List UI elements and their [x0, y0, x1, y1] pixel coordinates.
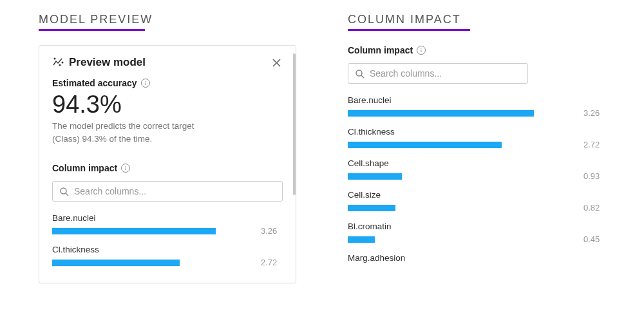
impact-item: Cl.thickness2.72 — [52, 245, 283, 267]
impact-item-value: 0.93 — [583, 171, 605, 181]
impact-bar-row: 2.72 — [348, 140, 605, 149]
preview-card-header: Preview model — [52, 56, 283, 69]
column-impact-underline — [348, 29, 470, 31]
impact-bar-fill — [348, 173, 402, 180]
impact-item-value: 0.82 — [583, 203, 605, 213]
preview-model-card: Preview model Estimated accuracy i 94.3%… — [39, 45, 296, 283]
impact-item-value: 2.72 — [583, 140, 605, 149]
impact-bar-row: 0.82 — [348, 203, 605, 213]
impact-bar-fill — [348, 236, 375, 243]
impact-item-value: 3.26 — [261, 226, 283, 236]
impact-item-name: Cell.size — [348, 190, 605, 200]
impact-bar-row: 0.93 — [348, 171, 605, 181]
sparkle-icon — [52, 57, 64, 68]
search-input[interactable] — [74, 186, 276, 196]
impact-item: Marg.adhesion — [348, 253, 605, 263]
svg-point-2 — [62, 62, 63, 63]
column-impact-list: Bare.nuclei3.26Cl.thickness2.72Cell.shap… — [348, 95, 605, 263]
impact-bar-fill — [348, 205, 395, 211]
close-icon[interactable] — [270, 57, 283, 69]
impact-bar-track — [52, 260, 252, 266]
column-impact-label: Column impact — [348, 45, 413, 55]
impact-bar-fill — [52, 260, 180, 266]
search-icon — [355, 69, 365, 79]
impact-bar-fill — [348, 142, 502, 148]
search-columns-box[interactable] — [348, 63, 528, 84]
svg-point-3 — [61, 188, 66, 194]
model-preview-title: MODEL PREVIEW — [39, 13, 296, 26]
preview-card-title: Preview model — [69, 56, 146, 69]
info-icon[interactable]: i — [121, 164, 130, 173]
estimated-accuracy-label: Estimated accuracy — [52, 78, 137, 88]
impact-bar-track — [52, 228, 252, 234]
impact-bar-row: 3.26 — [348, 108, 605, 118]
scrollbar[interactable] — [293, 53, 296, 195]
impact-item-name: Bare.nuclei — [52, 213, 283, 223]
search-columns-box[interactable] — [52, 181, 283, 202]
impact-item-name: Bl.cromatin — [348, 222, 605, 231]
impact-item: Cell.size0.82 — [348, 190, 605, 213]
impact-item: Bare.nuclei3.26 — [52, 213, 283, 236]
model-preview-underline — [39, 29, 145, 31]
search-input[interactable] — [370, 68, 521, 79]
impact-bar-fill — [348, 110, 534, 117]
impact-item-value: 0.45 — [583, 234, 605, 244]
search-icon — [59, 187, 69, 196]
impact-item-name: Cell.shape — [348, 158, 605, 168]
svg-point-1 — [59, 64, 61, 66]
impact-item: Cl.thickness2.72 — [348, 127, 605, 149]
accuracy-description: The model predicts the correct target (C… — [52, 120, 220, 145]
column-impact-list: Bare.nuclei3.26Cl.thickness2.72 — [52, 213, 283, 267]
svg-point-0 — [54, 58, 55, 59]
impact-item-name: Cl.thickness — [348, 127, 605, 137]
impact-bar-track — [348, 110, 574, 117]
impact-item-value: 2.72 — [261, 258, 283, 267]
impact-bar-track — [348, 236, 574, 243]
column-impact-title: COLUMN IMPACT — [348, 13, 605, 26]
impact-bar-track — [348, 173, 574, 180]
impact-item: Bare.nuclei3.26 — [348, 95, 605, 118]
impact-bar-track — [348, 205, 574, 211]
impact-item-name: Cl.thickness — [52, 245, 283, 254]
impact-bar-row: 0.45 — [348, 234, 605, 244]
info-icon[interactable]: i — [417, 46, 426, 55]
impact-item: Bl.cromatin0.45 — [348, 222, 605, 244]
model-preview-panel: MODEL PREVIEW Preview model — [39, 13, 296, 283]
impact-item-name: Bare.nuclei — [348, 95, 605, 105]
impact-item: Cell.shape0.93 — [348, 158, 605, 181]
info-icon[interactable]: i — [141, 79, 150, 88]
impact-bar-row: 3.26 — [52, 226, 283, 236]
impact-bar-row: 2.72 — [52, 258, 283, 267]
column-impact-label: Column impact — [52, 163, 117, 173]
svg-point-4 — [356, 70, 362, 76]
accuracy-value: 94.3% — [52, 91, 283, 118]
impact-bar-track — [348, 142, 574, 148]
impact-item-name: Marg.adhesion — [348, 253, 605, 263]
impact-bar-fill — [52, 228, 216, 234]
impact-item-value: 3.26 — [583, 108, 605, 118]
column-impact-panel: COLUMN IMPACT Column impact i Bare.nucle… — [348, 13, 605, 283]
